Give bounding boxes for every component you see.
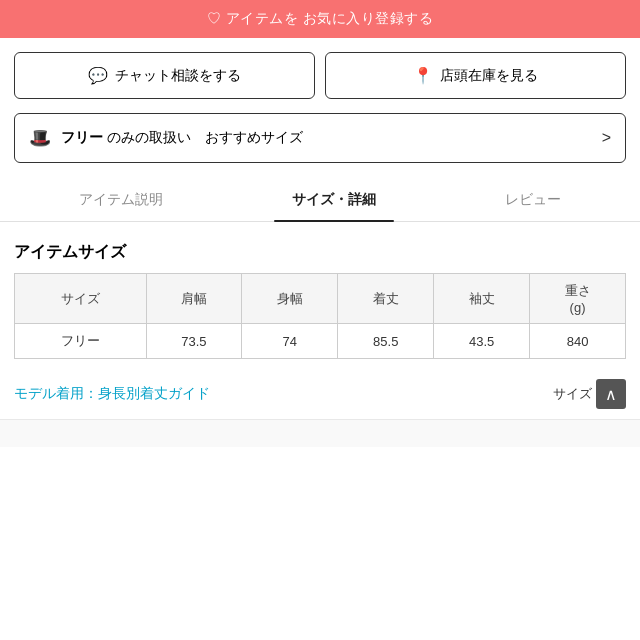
th-weight: 重さ(g) <box>530 274 626 324</box>
size-nav-text: サイズ <box>553 385 592 403</box>
cell-body: 74 <box>242 324 338 359</box>
th-sleeve: 袖丈 <box>434 274 530 324</box>
th-length: 着丈 <box>338 274 434 324</box>
size-nav-up-button[interactable]: ∧ <box>596 379 626 409</box>
tabs-section: アイテム説明 サイズ・詳細 レビュー <box>0 181 640 222</box>
tab-label-review: レビュー <box>505 191 561 207</box>
free-banner[interactable]: 🎩 フリー のみの取扱い おすすめサイズ > <box>14 113 626 163</box>
chat-icon: 💬 <box>88 66 108 85</box>
model-guide-link[interactable]: モデル着用：身長別着丈ガイド <box>14 385 210 403</box>
cell-length: 85.5 <box>338 324 434 359</box>
cell-size: フリー <box>15 324 147 359</box>
cell-weight: 840 <box>530 324 626 359</box>
chat-label: チャット相談をする <box>115 67 241 85</box>
free-rest-text: のみの取扱い おすすめサイズ <box>103 129 303 145</box>
size-nav: サイズ ∧ <box>553 379 626 409</box>
size-section: アイテムサイズ サイズ 肩幅 身幅 着丈 袖丈 重さ(g) フリー 73.5 7… <box>0 222 640 369</box>
top-banner[interactable]: ♡ アイテムを お気に入り登録する <box>0 0 640 38</box>
th-size: サイズ <box>15 274 147 324</box>
table-header-row: サイズ 肩幅 身幅 着丈 袖丈 重さ(g) <box>15 274 626 324</box>
free-banner-icon: 🎩 <box>29 127 51 149</box>
chat-button[interactable]: 💬 チャット相談をする <box>14 52 315 99</box>
tab-label-description: アイテム説明 <box>79 191 163 207</box>
store-icon: 📍 <box>413 66 433 85</box>
size-table: サイズ 肩幅 身幅 着丈 袖丈 重さ(g) フリー 73.5 74 85.5 4… <box>14 273 626 359</box>
button-row: 💬 チャット相談をする 📍 店頭在庫を見る <box>0 38 640 107</box>
bottom-hint <box>0 419 640 447</box>
free-bold-text: フリー <box>61 129 103 145</box>
store-label: 店頭在庫を見る <box>440 67 538 85</box>
tab-item-review[interactable]: レビュー <box>487 181 579 221</box>
free-banner-arrow: > <box>602 129 611 147</box>
top-banner-text: ♡ アイテムを お気に入り登録する <box>207 10 433 28</box>
cell-sleeve: 43.5 <box>434 324 530 359</box>
free-banner-text: フリー のみの取扱い おすすめサイズ <box>61 129 602 147</box>
size-section-title: アイテムサイズ <box>14 242 626 263</box>
cell-shoulder: 73.5 <box>146 324 242 359</box>
store-button[interactable]: 📍 店頭在庫を見る <box>325 52 626 99</box>
th-body: 身幅 <box>242 274 338 324</box>
model-guide-row: モデル着用：身長別着丈ガイド サイズ ∧ <box>0 369 640 409</box>
tab-item-description[interactable]: アイテム説明 <box>61 181 181 221</box>
th-shoulder: 肩幅 <box>146 274 242 324</box>
tab-item-size[interactable]: サイズ・詳細 <box>274 181 394 221</box>
tab-label-size: サイズ・詳細 <box>292 191 376 207</box>
table-row: フリー 73.5 74 85.5 43.5 840 <box>15 324 626 359</box>
